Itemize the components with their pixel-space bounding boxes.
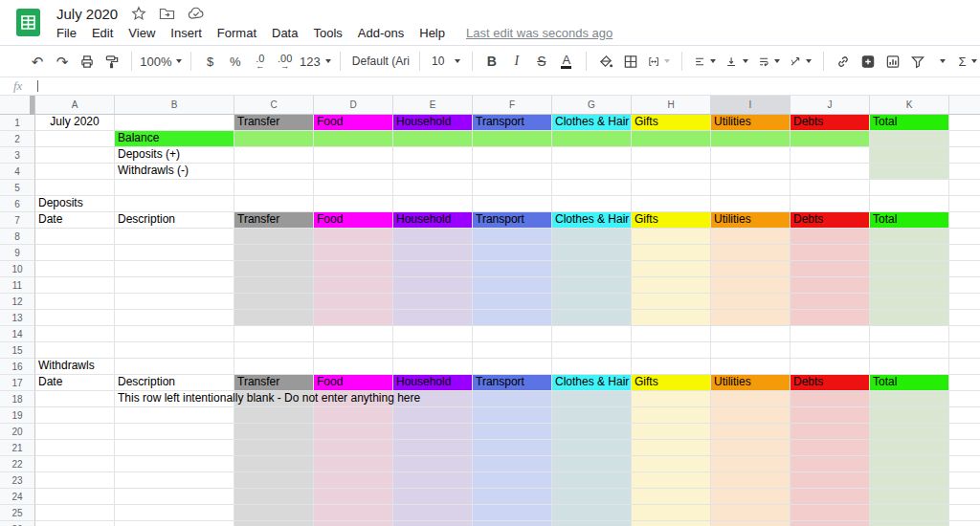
cell-H10[interactable] xyxy=(632,261,711,277)
italic-button[interactable]: I xyxy=(506,50,527,73)
cell-D24[interactable] xyxy=(314,489,393,505)
cell-A14[interactable] xyxy=(35,326,115,342)
cell-F24[interactable] xyxy=(473,489,552,505)
cell-G18[interactable] xyxy=(552,391,632,407)
cell-E25[interactable] xyxy=(393,505,473,521)
cell-D25[interactable] xyxy=(314,505,393,521)
cell-G13[interactable] xyxy=(552,310,632,326)
cell-E17[interactable]: Household xyxy=(393,375,473,391)
cell-D17[interactable]: Food xyxy=(314,375,393,391)
row-header-18[interactable]: 18 xyxy=(0,391,35,407)
increase-decimal-button[interactable]: .00→ xyxy=(275,50,296,73)
cell-F11[interactable] xyxy=(473,277,552,294)
cell-G26[interactable] xyxy=(552,521,632,526)
menu-tools[interactable]: Tools xyxy=(305,24,349,42)
cell-J18[interactable] xyxy=(791,391,870,407)
cell-E7[interactable]: Household xyxy=(393,212,473,229)
cell-K10[interactable] xyxy=(870,261,949,277)
row-header-15[interactable]: 15 xyxy=(0,342,35,359)
cell-D23[interactable] xyxy=(314,472,393,489)
format-percent-button[interactable]: % xyxy=(225,50,246,73)
cell-B4[interactable]: Withdrawls (-) xyxy=(115,164,234,180)
cell-J21[interactable] xyxy=(791,440,870,456)
cell-H4[interactable] xyxy=(632,164,711,180)
cell-C5[interactable] xyxy=(234,180,314,196)
row-header-23[interactable]: 23 xyxy=(0,472,35,489)
cell-J13[interactable] xyxy=(791,310,870,326)
cell-stub-16[interactable] xyxy=(949,359,980,375)
cell-F10[interactable] xyxy=(473,261,552,277)
cell-K26[interactable] xyxy=(870,521,949,526)
cell-A6[interactable]: Deposits xyxy=(35,196,115,212)
cell-A4[interactable] xyxy=(35,164,115,180)
row-header-17[interactable]: 17 xyxy=(0,375,35,391)
cell-E15[interactable] xyxy=(393,342,473,359)
cell-stub-2[interactable] xyxy=(949,131,980,147)
cell-K3[interactable] xyxy=(870,147,949,164)
cell-E9[interactable] xyxy=(393,245,473,261)
cell-stub-11[interactable] xyxy=(949,277,980,294)
cell-E8[interactable] xyxy=(393,229,473,245)
vertical-align-icon[interactable] xyxy=(723,50,750,73)
insert-comment-icon[interactable] xyxy=(858,50,879,73)
cell-G8[interactable] xyxy=(552,229,632,245)
column-header-J[interactable]: J xyxy=(791,96,870,114)
cell-stub-3[interactable] xyxy=(949,147,980,164)
cell-C6[interactable] xyxy=(234,196,314,212)
cell-F3[interactable] xyxy=(473,147,552,164)
cell-I20[interactable] xyxy=(711,424,791,440)
cell-A25[interactable] xyxy=(35,505,115,521)
cell-K16[interactable] xyxy=(870,359,949,375)
cell-I4[interactable] xyxy=(711,164,791,180)
cell-A20[interactable] xyxy=(35,424,115,440)
menu-file[interactable]: File xyxy=(49,24,84,42)
cell-G25[interactable] xyxy=(552,505,632,521)
cell-C26[interactable] xyxy=(234,521,314,526)
cell-H26[interactable] xyxy=(632,521,711,526)
cell-stub-26[interactable] xyxy=(949,521,980,526)
cell-E1[interactable]: Household xyxy=(393,115,473,131)
column-header-E[interactable]: E xyxy=(393,96,473,114)
cell-I22[interactable] xyxy=(711,456,791,472)
cell-J23[interactable] xyxy=(791,472,870,489)
cell-I18[interactable] xyxy=(711,391,791,407)
column-header-B[interactable]: B xyxy=(115,96,234,114)
cell-A2[interactable] xyxy=(35,131,115,147)
cell-D8[interactable] xyxy=(314,229,393,245)
cell-B12[interactable] xyxy=(115,294,234,310)
cell-C16[interactable] xyxy=(234,359,314,375)
document-title[interactable]: July 2020 xyxy=(56,6,118,22)
cell-F16[interactable] xyxy=(473,359,552,375)
cell-stub-12[interactable] xyxy=(949,294,980,310)
cell-D26[interactable] xyxy=(314,521,393,526)
cell-stub-8[interactable] xyxy=(949,229,980,245)
cell-C3[interactable] xyxy=(234,147,314,164)
cell-E10[interactable] xyxy=(393,261,473,277)
cell-J14[interactable] xyxy=(791,326,870,342)
cell-B2[interactable]: Balance xyxy=(115,131,234,147)
cell-K11[interactable] xyxy=(870,277,949,294)
cell-B23[interactable] xyxy=(115,472,234,489)
cell-K25[interactable] xyxy=(870,505,949,521)
cell-C21[interactable] xyxy=(234,440,314,456)
cell-J16[interactable] xyxy=(791,359,870,375)
row-header-20[interactable]: 20 xyxy=(0,424,35,440)
cell-J3[interactable] xyxy=(791,147,870,164)
cell-E16[interactable] xyxy=(393,359,473,375)
cell-B5[interactable] xyxy=(115,180,234,196)
cell-D20[interactable] xyxy=(314,424,393,440)
last-edit-status[interactable]: Last edit was seconds ago xyxy=(466,26,612,40)
cell-I10[interactable] xyxy=(711,261,791,277)
cell-J4[interactable] xyxy=(791,164,870,180)
text-color-button[interactable]: A xyxy=(556,50,577,73)
cell-A18[interactable] xyxy=(35,391,115,407)
cell-A22[interactable] xyxy=(35,456,115,472)
cell-F14[interactable] xyxy=(473,326,552,342)
cell-J2[interactable] xyxy=(791,131,870,147)
cell-K22[interactable] xyxy=(870,456,949,472)
cell-stub-17[interactable] xyxy=(949,375,980,391)
cell-F23[interactable] xyxy=(473,472,552,489)
cell-G4[interactable] xyxy=(552,164,632,180)
cell-C12[interactable] xyxy=(234,294,314,310)
cell-stub-14[interactable] xyxy=(949,326,980,342)
